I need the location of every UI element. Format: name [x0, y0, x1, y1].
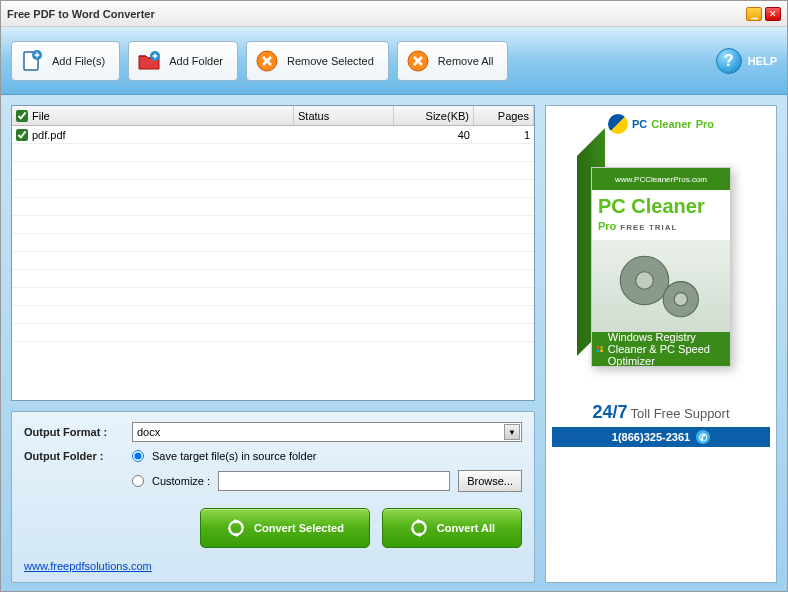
row-status — [294, 126, 394, 143]
flag-icon — [608, 114, 628, 134]
refresh-icon — [226, 518, 246, 538]
ad-brand: PC Cleaner Pro — [608, 114, 714, 134]
content-area: File Status Size(KB) Pages pdf.pdf 40 1 — [1, 95, 787, 592]
row-file-name: pdf.pdf — [32, 129, 66, 141]
ad-support: 24/7 Toll Free Support 1(866)325-2361 ✆ — [552, 402, 770, 447]
row-pages: 1 — [474, 126, 534, 143]
remove-selected-label: Remove Selected — [287, 55, 374, 67]
add-files-label: Add File(s) — [52, 55, 105, 67]
chevron-down-icon: ▼ — [504, 424, 520, 440]
remove-all-label: Remove All — [438, 55, 494, 67]
title-bar: Free PDF to Word Converter ▁ ✕ — [1, 1, 787, 27]
row-size: 40 — [394, 126, 474, 143]
header-status[interactable]: Status — [294, 106, 394, 125]
convert-all-button[interactable]: Convert All — [382, 508, 522, 548]
row-checkbox[interactable] — [16, 129, 28, 141]
phone-icon: ✆ — [696, 430, 710, 444]
remove-all-button[interactable]: Remove All — [397, 41, 509, 81]
svg-rect-10 — [600, 346, 603, 349]
header-file-label: File — [32, 110, 50, 122]
select-all-checkbox[interactable] — [16, 110, 28, 122]
svg-point-6 — [636, 272, 654, 290]
footer-link[interactable]: www.freepdfsolutions.com — [24, 560, 522, 572]
close-button[interactable]: ✕ — [765, 7, 781, 21]
header-size[interactable]: Size(KB) — [394, 106, 474, 125]
output-folder-label: Output Folder : — [24, 450, 124, 462]
svg-rect-12 — [600, 349, 603, 352]
customize-label: Customize : — [152, 475, 210, 487]
customize-radio[interactable] — [132, 475, 144, 487]
ad-box-image: www.PCCleanerPros.com PC Cleaner ProFREE… — [571, 142, 751, 392]
convert-selected-label: Convert Selected — [254, 522, 344, 534]
add-folder-button[interactable]: Add Folder — [128, 41, 238, 81]
file-list-table: File Status Size(KB) Pages pdf.pdf 40 1 — [11, 105, 535, 401]
svg-rect-11 — [597, 349, 600, 352]
header-pages[interactable]: Pages — [474, 106, 534, 125]
output-panel: Output Format : docx ▼ Output Folder : S… — [11, 411, 535, 583]
add-folder-icon — [137, 49, 161, 73]
output-format-select[interactable]: docx ▼ — [132, 422, 522, 442]
minimize-button[interactable]: ▁ — [746, 7, 762, 21]
gears-icon — [592, 240, 730, 332]
left-column: File Status Size(KB) Pages pdf.pdf 40 1 — [11, 105, 535, 583]
table-row[interactable]: pdf.pdf 40 1 — [12, 126, 534, 144]
output-format-value: docx — [137, 426, 160, 438]
customize-path-input[interactable] — [218, 471, 450, 491]
header-file[interactable]: File — [12, 106, 294, 125]
refresh-icon — [409, 518, 429, 538]
remove-selected-icon — [255, 49, 279, 73]
save-source-radio[interactable] — [132, 450, 144, 462]
help-label: HELP — [748, 55, 777, 67]
convert-all-label: Convert All — [437, 522, 495, 534]
convert-selected-button[interactable]: Convert Selected — [200, 508, 370, 548]
remove-selected-button[interactable]: Remove Selected — [246, 41, 389, 81]
ad-panel[interactable]: PC Cleaner Pro www.PCCleanerPros.com PC … — [545, 105, 777, 583]
save-source-label: Save target file(s) in source folder — [152, 450, 316, 462]
svg-point-8 — [674, 293, 687, 306]
help-icon: ? — [716, 48, 742, 74]
ad-column: PC Cleaner Pro www.PCCleanerPros.com PC … — [545, 105, 777, 583]
remove-all-icon — [406, 49, 430, 73]
window-title: Free PDF to Word Converter — [7, 8, 743, 20]
help-button[interactable]: ? HELP — [716, 48, 777, 74]
main-toolbar: Add File(s) Add Folder Remove Selected R… — [1, 27, 787, 95]
add-folder-label: Add Folder — [169, 55, 223, 67]
output-format-label: Output Format : — [24, 426, 124, 438]
add-files-button[interactable]: Add File(s) — [11, 41, 120, 81]
browse-button[interactable]: Browse... — [458, 470, 522, 492]
table-body[interactable]: pdf.pdf 40 1 — [12, 126, 534, 400]
ad-phone: 1(866)325-2361 ✆ — [552, 427, 770, 447]
table-header: File Status Size(KB) Pages — [12, 106, 534, 126]
svg-rect-9 — [597, 346, 600, 349]
add-file-icon — [20, 49, 44, 73]
